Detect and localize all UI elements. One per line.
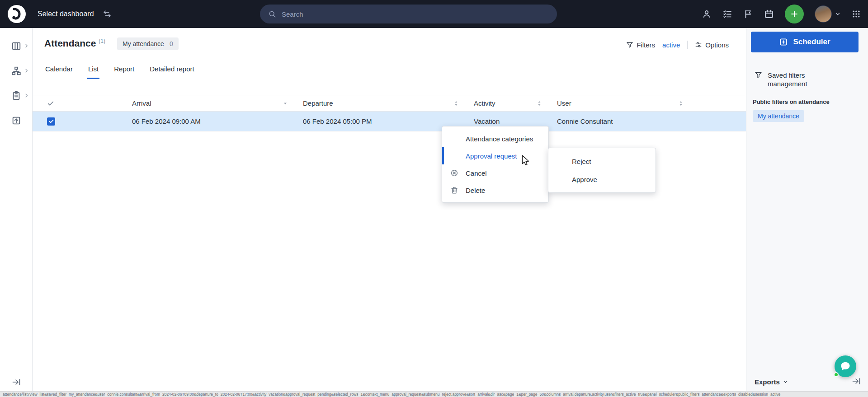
- chat-bubble-icon: [840, 360, 851, 372]
- exports-label: Exports: [755, 378, 780, 386]
- hierarchy-icon: [11, 66, 21, 76]
- tab-report[interactable]: Report: [113, 62, 135, 79]
- public-filters-heading: Public filters on attendance: [753, 98, 830, 105]
- column-header-user[interactable]: User: [548, 95, 689, 111]
- menu-item-approval-request[interactable]: Approval request: [442, 147, 548, 164]
- column-header-spacer: [689, 95, 746, 111]
- exports-button[interactable]: Exports: [755, 378, 788, 386]
- flag-icon[interactable]: [743, 9, 753, 19]
- box-arrow-up-icon: [11, 116, 21, 126]
- profile-icon[interactable]: [702, 9, 712, 19]
- caret-down-icon: [282, 100, 288, 107]
- switch-dashboard-icon[interactable]: [103, 10, 111, 18]
- main-content: Attendance (1) My attendance 0 Filters a…: [33, 28, 746, 391]
- app-window: Select dashboard: [0, 0, 868, 397]
- sidebar-item-reports[interactable]: [0, 83, 32, 108]
- filters-state-active[interactable]: active: [662, 41, 680, 49]
- cell-user: Connie Consultant: [548, 117, 689, 125]
- right-panel: Scheduler Saved filters management Publi…: [746, 28, 868, 391]
- row-checkbox-checked[interactable]: [47, 117, 55, 126]
- user-menu-button[interactable]: [815, 5, 841, 23]
- expand-panel-icon: [12, 378, 21, 387]
- header-actions: Filters active Options: [626, 41, 729, 49]
- public-filter-my-attendance[interactable]: My attendance: [753, 110, 804, 122]
- cell-arrival: 06 Feb 2024 09:00 AM: [123, 117, 294, 125]
- select-dashboard-button[interactable]: Select dashboard: [38, 10, 94, 18]
- scheduler-label: Scheduler: [793, 37, 830, 47]
- sort-icon: [453, 100, 459, 107]
- column-header-activity[interactable]: Activity: [465, 95, 548, 111]
- menu-item-label: Attendance categories: [466, 135, 533, 143]
- menu-item-label: Cancel: [466, 169, 487, 177]
- filters-label: Filters: [637, 41, 655, 49]
- scheduler-button[interactable]: Scheduler: [751, 32, 859, 52]
- chevron-right-icon: [24, 43, 29, 48]
- menu-item-cancel[interactable]: Cancel: [442, 164, 548, 182]
- board-icon: [11, 41, 21, 51]
- attendance-table: Arrival Departure Activity User: [33, 95, 746, 131]
- chat-widget-button[interactable]: [835, 355, 856, 377]
- column-header-departure[interactable]: Departure: [294, 95, 465, 111]
- create-new-button[interactable]: [785, 5, 804, 23]
- top-bar: Select dashboard: [0, 0, 868, 28]
- online-status-dot: [834, 372, 839, 377]
- funnel-icon: [626, 41, 633, 48]
- topbar-actions: [702, 0, 861, 28]
- panel-collapse-button[interactable]: [852, 377, 861, 386]
- row-context-menu: Attendance categories Approval request C…: [442, 126, 549, 203]
- column-label: Arrival: [132, 99, 151, 107]
- saved-filters-management[interactable]: Saved filters management: [755, 71, 827, 88]
- clipboard-icon: [11, 91, 21, 101]
- left-sidebar: [0, 28, 33, 391]
- sidebar-item-dashboards[interactable]: [0, 33, 32, 58]
- column-header-arrival[interactable]: Arrival: [123, 95, 294, 111]
- active-filter-label: My attendance: [123, 40, 164, 47]
- plus-square-icon: [779, 37, 788, 47]
- approval-request-submenu: Reject Approve: [548, 148, 656, 193]
- tab-list[interactable]: List: [87, 62, 99, 79]
- menu-item-label: Approval request: [466, 152, 517, 160]
- chevron-down-icon: [835, 11, 841, 17]
- tab-calendar[interactable]: Calendar: [44, 62, 74, 79]
- apps-grid-icon[interactable]: [852, 9, 861, 19]
- menu-item-delete[interactable]: Delete: [442, 182, 548, 199]
- record-count: (1): [99, 38, 105, 44]
- table-row[interactable]: 06 Feb 2024 09:00 AM 06 Feb 2024 05:00 P…: [33, 112, 746, 131]
- submenu-item-approve[interactable]: Approve: [548, 170, 656, 188]
- filters-button[interactable]: Filters: [626, 41, 655, 49]
- options-button[interactable]: Options: [695, 41, 729, 49]
- sort-icon: [678, 100, 684, 107]
- calendar-icon[interactable]: [764, 9, 774, 19]
- cell-departure: 06 Feb 2024 05:00 PM: [294, 117, 465, 125]
- search-input[interactable]: [281, 10, 549, 19]
- sliders-icon: [695, 41, 702, 48]
- sidebar-item-structure[interactable]: [0, 58, 32, 83]
- trash-icon: [450, 186, 466, 194]
- divider: [687, 41, 688, 49]
- active-filter-count: 0: [170, 40, 173, 47]
- select-all-checkbox[interactable]: [33, 95, 123, 111]
- tasks-checklist-icon[interactable]: [722, 9, 732, 19]
- check-icon: [48, 118, 54, 124]
- sidebar-expand-button[interactable]: [0, 378, 32, 387]
- menu-item-attendance-categories[interactable]: Attendance categories: [442, 130, 548, 147]
- expand-panel-icon: [852, 377, 861, 386]
- menu-item-label: Reject: [572, 158, 591, 165]
- column-label: Departure: [303, 99, 333, 107]
- options-label: Options: [705, 41, 729, 49]
- status-bar: attendance/list?view=list&saved_filter=m…: [0, 391, 868, 397]
- check-icon: [47, 100, 54, 107]
- submenu-item-reject[interactable]: Reject: [548, 152, 656, 170]
- sidebar-item-attendance[interactable]: [0, 108, 32, 133]
- tab-detailed-report[interactable]: Detailed report: [149, 62, 195, 79]
- column-label: Activity: [474, 99, 495, 107]
- cancel-circle-icon: [450, 169, 466, 177]
- chevron-right-icon: [24, 68, 29, 73]
- column-label: User: [557, 99, 571, 107]
- search-icon: [268, 10, 276, 18]
- active-filter-chip[interactable]: My attendance 0: [117, 37, 179, 50]
- cell-activity: Vacation: [465, 117, 548, 125]
- app-logo-icon[interactable]: [7, 4, 27, 24]
- funnel-icon: [755, 71, 762, 79]
- sort-icon: [536, 100, 542, 107]
